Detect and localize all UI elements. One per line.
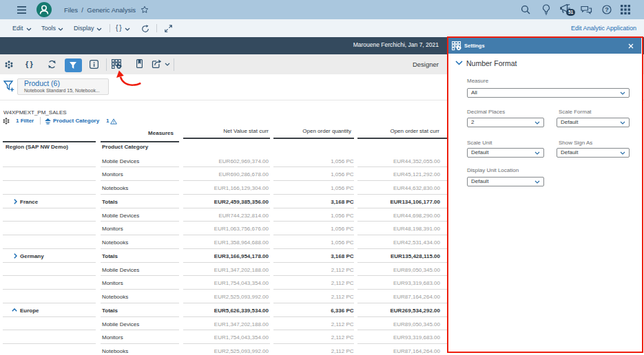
svg-text:?: ? [605, 6, 609, 13]
